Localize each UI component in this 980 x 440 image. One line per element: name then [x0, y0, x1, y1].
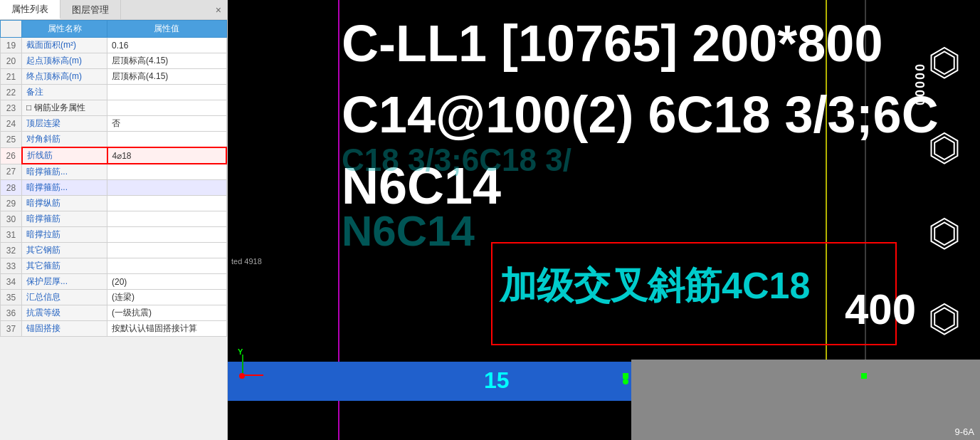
row-num-24: 24	[1, 116, 22, 132]
cad-n6c14-faded: N6C14	[342, 206, 475, 256]
prop-val-row-34[interactable]: (20)	[107, 274, 227, 290]
right-number-400: 400	[845, 285, 916, 334]
row-num-25: 25	[1, 132, 22, 148]
tab-property-list[interactable]: 属性列表	[0, 0, 60, 19]
row-num-30: 30	[1, 211, 22, 227]
prop-val-row-33[interactable]	[107, 258, 227, 274]
prop-name-row-29[interactable]: 暗撑纵筋	[22, 196, 107, 211]
row-num-33: 33	[1, 258, 22, 274]
row-num-29: 29	[1, 196, 22, 211]
prop-val-row-37[interactable]: 按默认认锚固搭接计算	[107, 321, 227, 337]
prop-name-row-33[interactable]: 其它箍筋	[22, 258, 107, 274]
prop-name-row-35[interactable]: 汇总信息	[22, 290, 107, 305]
row-num-21: 21	[1, 69, 22, 85]
cad-title-line2: C14@100(2) 6C18 3/3;6C	[342, 85, 939, 144]
prop-name-row-26[interactable]: 折线筋	[22, 147, 107, 164]
prop-name-row-37[interactable]: 锚固搭接	[22, 321, 107, 337]
tab-layer-manage[interactable]: 图层管理	[60, 0, 121, 19]
prop-name-row-28[interactable]: 暗撑箍筋...	[22, 180, 107, 196]
prop-val-row-31[interactable]	[107, 227, 227, 243]
prop-name-row-22[interactable]: 备注	[22, 85, 107, 100]
blue-bar-number: 15	[484, 367, 510, 394]
right-edge-shape-mid: ⬡	[929, 128, 959, 168]
prop-name-row-23: □ 钢筋业务属性	[22, 100, 107, 116]
row-num-19: 19	[1, 38, 22, 53]
prop-name-row-36[interactable]: 抗震等级	[22, 305, 107, 321]
row-num-28: 28	[1, 180, 22, 196]
row-num-37: 37	[1, 321, 22, 337]
tab-bar: 属性列表 图层管理 ×	[0, 0, 227, 20]
right-edge-shape-bottom: ⬡	[929, 299, 959, 339]
row-num-32: 32	[1, 243, 22, 258]
prop-name-row-34[interactable]: 保护层厚...	[22, 274, 107, 290]
col-num-header	[1, 21, 22, 38]
prop-val-row-36[interactable]: (一级抗震)	[107, 305, 227, 321]
prop-val-row-19[interactable]: 0.16	[107, 38, 227, 53]
prop-val-row-24[interactable]: 否	[107, 116, 227, 132]
row-num-22: 22	[1, 85, 22, 100]
prop-val-row-27[interactable]	[107, 164, 227, 180]
prop-name-row-31[interactable]: 暗撑拉筋	[22, 227, 107, 243]
prop-val-row-21[interactable]: 层顶标高(4.15)	[107, 69, 227, 85]
right-edge-shape-top: ⬡	[929, 43, 959, 83]
row-num-27: 27	[1, 164, 22, 180]
prop-name-row-27[interactable]: 暗撑箍筋...	[22, 164, 107, 180]
row-num-36: 36	[1, 305, 22, 321]
red-box-text: 加级交叉斜筋4C18	[500, 261, 810, 311]
col-value-header: 属性值	[107, 21, 227, 38]
row-num-20: 20	[1, 53, 22, 69]
red-selection-rect: 加级交叉斜筋4C18	[491, 242, 897, 345]
row-num-35: 35	[1, 290, 22, 305]
green-dot-1	[623, 379, 628, 384]
prop-name-row-25[interactable]: 对角斜筋	[22, 132, 107, 148]
row-num-26: 26	[1, 147, 22, 164]
gray-area-bottom-right	[631, 360, 980, 440]
right-vertical-numbers: 00000	[912, 64, 927, 107]
prop-name-row-20[interactable]: 起点顶标高(m)	[22, 53, 107, 69]
prop-val-row-30[interactable]	[107, 211, 227, 227]
prop-name-row-24[interactable]: 顶层连梁	[22, 116, 107, 132]
row-num-23: 23	[1, 100, 22, 116]
prop-name-row-30[interactable]: 暗撑箍筋	[22, 211, 107, 227]
prop-val-row-25[interactable]	[107, 132, 227, 148]
cad-area: C-LL1 [10765] 200*800 C14@100(2) 6C18 3/…	[228, 0, 980, 440]
right-edge-shape-lower: ⬡	[929, 214, 959, 253]
cad-faded-line: C18 3/3;6C18 3/	[342, 142, 571, 178]
close-panel-button[interactable]: ×	[210, 3, 227, 17]
prop-val-row-29[interactable]	[107, 196, 227, 211]
left-panel: 属性列表 图层管理 × 属性名称 属性值 19截面面积(m²)0.1620起点顶…	[0, 0, 228, 440]
cad-title-line1: C-LL1 [10765] 200*800	[342, 14, 882, 73]
prop-val-row-35[interactable]: (连梁)	[107, 290, 227, 305]
prop-name-row-19[interactable]: 截面面积(m²)	[22, 38, 107, 53]
row-num-31: 31	[1, 227, 22, 243]
prop-val-row-20[interactable]: 层顶标高(4.15)	[107, 53, 227, 69]
property-table: 属性名称 属性值 19截面面积(m²)0.1620起点顶标高(m)层顶标高(4.…	[0, 20, 227, 440]
prop-val-row-26[interactable]: 4⌀18	[107, 147, 227, 164]
prop-val-row-32[interactable]	[107, 243, 227, 258]
prop-val-row-22[interactable]	[107, 85, 227, 100]
row-num-34: 34	[1, 274, 22, 290]
prop-val-row-28[interactable]	[107, 180, 227, 196]
col-name-header: 属性名称	[22, 21, 107, 38]
prop-val-row-23[interactable]	[107, 100, 227, 116]
prop-name-row-32[interactable]: 其它钢筋	[22, 243, 107, 258]
grid-label: 9-6A	[955, 426, 974, 437]
y-axis-label: Y	[238, 347, 243, 356]
prop-name-row-21[interactable]: 终点顶标高(m)	[22, 69, 107, 85]
ted-text: ted 4918	[231, 257, 262, 266]
